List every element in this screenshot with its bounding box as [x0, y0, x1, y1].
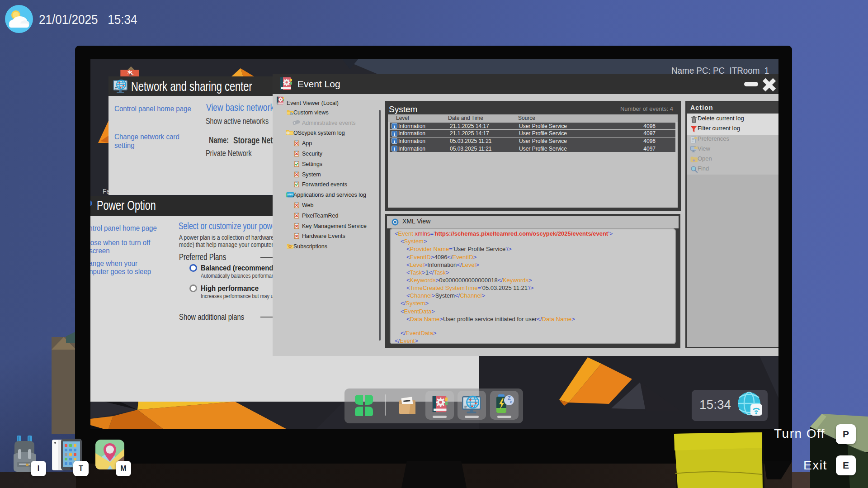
- svg-text:i: i: [394, 138, 395, 144]
- svg-text:z: z: [510, 400, 512, 404]
- svg-text:i: i: [394, 146, 395, 152]
- svg-text:APPS: APPS: [288, 194, 293, 196]
- svg-text:i: i: [394, 131, 395, 136]
- svg-text:i: i: [394, 123, 395, 129]
